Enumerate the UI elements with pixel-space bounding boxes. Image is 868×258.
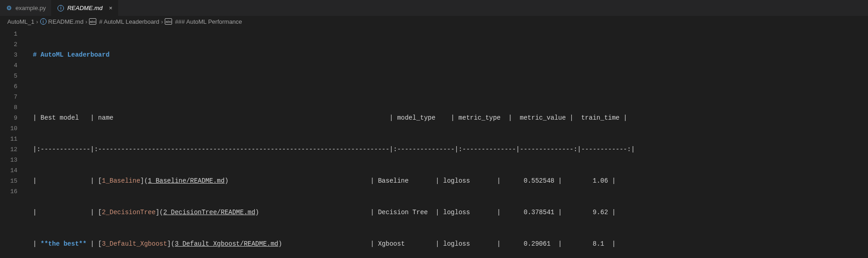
line-number: 9 <box>0 113 17 123</box>
code-editor[interactable]: 1 2 3 4 5 6 7 8 9 10 11 12 13 14 15 16 #… <box>0 27 868 258</box>
editor-tabs: ⚙ example.py i README.md × <box>0 0 868 16</box>
line-number: 14 <box>0 165 17 176</box>
breadcrumb-item[interactable]: ### AutoML Performance <box>175 18 242 25</box>
close-icon[interactable]: × <box>109 5 113 11</box>
line-number: 16 <box>0 186 17 197</box>
breadcrumb-item[interactable]: # AutoML Leaderboard <box>99 18 159 25</box>
table-row[interactable]: | | [1_Baseline](1_Baseline/README.md) |… <box>26 176 868 186</box>
tab-readme-md[interactable]: i README.md × <box>52 0 118 16</box>
info-icon: i <box>57 5 64 12</box>
chevron-right-icon: › <box>161 18 163 25</box>
line-number: 10 <box>0 123 17 134</box>
line-number: 4 <box>0 60 17 71</box>
code-line[interactable] <box>26 81 868 92</box>
code-line[interactable]: # AutoML Leaderboard <box>26 50 868 60</box>
heading-icon: abc <box>89 18 96 25</box>
line-number: 15 <box>0 176 17 186</box>
tab-label: example.py <box>16 5 46 11</box>
chevron-right-icon: › <box>36 18 38 25</box>
line-number: 11 <box>0 134 17 144</box>
table-row[interactable]: | | [2_DecisionTree](2_DecisionTree/READ… <box>26 207 868 218</box>
line-number: 8 <box>0 102 17 113</box>
tab-example-py[interactable]: ⚙ example.py <box>0 0 52 16</box>
line-number: 3 <box>0 50 17 60</box>
line-number: 12 <box>0 144 17 155</box>
breadcrumb-item[interactable]: README.md <box>48 18 84 25</box>
line-number: 2 <box>0 39 17 50</box>
breadcrumb[interactable]: AutoML_1 › i README.md › abc # AutoML Le… <box>0 16 868 27</box>
code-line[interactable]: | Best model | name | model_type | metri… <box>26 113 868 123</box>
chevron-right-icon: › <box>85 18 87 25</box>
line-number: 7 <box>0 92 17 102</box>
line-number: 6 <box>0 81 17 92</box>
line-number: 5 <box>0 71 17 81</box>
breadcrumb-item[interactable]: AutoML_1 <box>7 18 34 25</box>
code-content[interactable]: # AutoML Leaderboard | Best model | name… <box>26 29 868 258</box>
line-number-gutter: 1 2 3 4 5 6 7 8 9 10 11 12 13 14 15 16 <box>0 29 26 258</box>
python-icon: ⚙ <box>5 5 13 12</box>
table-row[interactable]: | **the best** | [3_Default_Xgboost](3_D… <box>26 239 868 249</box>
tab-label: README.md <box>67 5 102 11</box>
heading-icon: abc <box>165 18 172 25</box>
info-icon: i <box>40 18 47 25</box>
code-line[interactable]: |:-------------|:-----------------------… <box>26 144 868 155</box>
line-number: 13 <box>0 155 17 165</box>
line-number: 1 <box>0 29 17 39</box>
